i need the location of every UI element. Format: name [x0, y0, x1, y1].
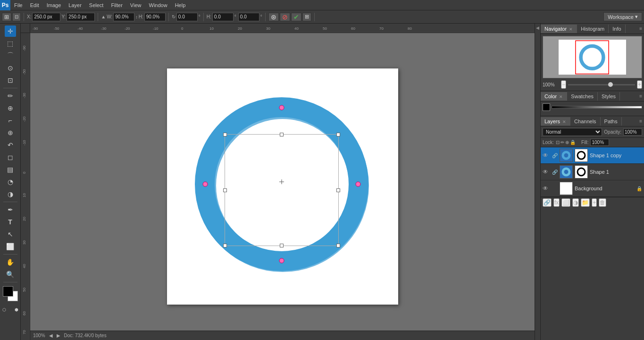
layer-shape1copy[interactable]: 👁 🔗 Shape 1 copy — [541, 147, 644, 164]
new-fill-layer-btn[interactable]: ◑ — [572, 198, 579, 207]
color-close[interactable]: ✕ — [559, 94, 563, 99]
lock-position-icon[interactable]: ⊕ — [565, 140, 569, 145]
cancel-transform-btn[interactable]: ⊘ — [280, 13, 290, 21]
tab-color[interactable]: Color ✕ — [541, 92, 567, 101]
pen-tool[interactable]: ✒ — [5, 204, 16, 215]
crop-tool[interactable]: ⊡ — [5, 75, 16, 86]
zoom-tool[interactable]: 🔍 — [5, 269, 16, 280]
workspace-button[interactable]: Workspace ▾ — [603, 12, 642, 21]
menu-select[interactable]: Select — [85, 1, 108, 9]
tab-navigator[interactable]: Navigator ✕ — [541, 25, 577, 33]
y-input[interactable] — [67, 13, 95, 21]
tab-layers[interactable]: Layers ✕ — [541, 117, 570, 126]
lock-transparent-icon[interactable]: ⊡ — [556, 140, 560, 145]
layer-visibility-shape1copy[interactable]: 👁 — [543, 152, 550, 159]
path-select-tool[interactable]: ↖ — [5, 229, 16, 240]
menu-help[interactable]: Help — [171, 1, 190, 9]
clone-tool[interactable]: ⊕ — [5, 127, 16, 138]
new-layer-btn[interactable]: + — [592, 198, 597, 207]
w-input[interactable] — [113, 13, 134, 21]
eraser-tool[interactable]: ◻ — [5, 152, 16, 163]
select-rect-tool[interactable]: ⬚ — [5, 38, 16, 49]
new-group-btn[interactable]: 📁 — [581, 198, 590, 207]
zoom-out-btn[interactable]: − — [561, 80, 566, 89]
blend-mode-select[interactable]: Normal — [543, 128, 602, 136]
menu-bar: Ps File Edit Image Layer Select Filter V… — [0, 0, 644, 10]
menu-layer[interactable]: Layer — [65, 1, 85, 9]
status-nav-left[interactable]: ◀ — [49, 333, 53, 338]
link-layers-btn[interactable]: 🔗 — [543, 198, 552, 207]
menu-file[interactable]: File — [10, 1, 26, 9]
heal-tool[interactable]: ⊕ — [5, 102, 16, 114]
h-input[interactable] — [144, 13, 166, 21]
lasso-tool[interactable]: ⌒ — [5, 50, 16, 61]
eyedropper-tool[interactable]: ✏ — [5, 90, 16, 102]
layer-link-shape1[interactable]: 🔗 — [552, 170, 558, 175]
quick-mask-btn[interactable]: ⬡ — [0, 304, 10, 315]
zoom-slider[interactable] — [568, 84, 635, 85]
v-skew-input[interactable] — [238, 13, 259, 21]
tab-channels[interactable]: Channels — [570, 117, 600, 126]
layer-visibility-shape1[interactable]: 👁 — [543, 169, 550, 175]
layers-panel-options[interactable]: ≡ — [637, 118, 644, 125]
fill-input[interactable] — [590, 139, 609, 146]
fg-color-box[interactable] — [543, 103, 550, 111]
commit-transform-btn[interactable]: ✔ — [291, 13, 301, 21]
document-canvas[interactable] — [167, 68, 398, 305]
layer-thumb-shape1copy — [560, 149, 573, 162]
panel-options-btn[interactable]: ≡ — [637, 25, 644, 32]
layers-close[interactable]: ✕ — [562, 119, 566, 124]
type-tool[interactable]: T — [5, 216, 16, 228]
gradient-tool[interactable]: ▤ — [5, 164, 16, 175]
screen-mode-btn[interactable]: ⬢ — [11, 304, 21, 315]
size-group: ▲ W: ↕ H: — [101, 13, 168, 21]
hand-tool[interactable]: ✋ — [5, 256, 16, 268]
tab-info[interactable]: Info — [609, 25, 625, 33]
transform-options[interactable]: ⊡ — [12, 13, 21, 21]
tab-histogram[interactable]: Histogram — [577, 25, 609, 33]
menu-view[interactable]: View — [126, 1, 145, 9]
layer-style-btn[interactable]: fx — [553, 198, 560, 207]
warp-btn[interactable]: ⊛ — [268, 13, 279, 21]
layer-background[interactable]: 👁 Background 🔒 — [541, 180, 644, 197]
lock-image-icon[interactable]: ✏ — [560, 140, 564, 145]
menu-window[interactable]: Window — [145, 1, 171, 9]
clone-source-btn[interactable]: ⊞ — [302, 13, 311, 21]
layer-visibility-background[interactable]: 👁 — [543, 185, 550, 192]
skew-group: H: ° ° — [207, 13, 266, 21]
layer-shape1[interactable]: 👁 🔗 Shape 1 — [541, 164, 644, 180]
opacity-input[interactable] — [623, 128, 642, 136]
menu-filter[interactable]: Filter — [107, 1, 126, 9]
panel-collapse-strip[interactable]: ◀ — [535, 24, 540, 340]
status-nav-right[interactable]: ▶ — [57, 333, 60, 338]
shape-tool[interactable]: ⬜ — [5, 241, 16, 252]
foreground-background-swatches[interactable] — [3, 286, 18, 301]
navigator-close[interactable]: ✕ — [569, 27, 573, 32]
foreground-color-swatch[interactable] — [3, 286, 13, 297]
h-skew-input[interactable] — [212, 13, 234, 21]
transform-icon[interactable]: ⊞ — [2, 13, 11, 21]
delete-layer-btn[interactable]: 🗑 — [599, 198, 606, 207]
layer-link-shape1copy[interactable]: 🔗 — [552, 153, 558, 158]
tab-swatches[interactable]: Swatches — [567, 92, 598, 101]
quick-select-tool[interactable]: ⊙ — [5, 62, 16, 74]
lock-all-icon[interactable]: 🔒 — [570, 140, 576, 145]
tab-paths[interactable]: Paths — [601, 117, 622, 126]
layer-mask-btn[interactable]: ⬜ — [561, 198, 570, 207]
tab-styles[interactable]: Styles — [598, 92, 620, 101]
canvas-area[interactable]: -90 -50 -40 -30 -20 -10 0 10 20 30 40 50… — [21, 24, 535, 340]
move-tool[interactable]: ✛ — [5, 26, 16, 37]
history-brush-tool[interactable]: ↶ — [5, 139, 16, 151]
layer-lock-icon: 🔒 — [636, 186, 642, 191]
color-slider[interactable] — [552, 106, 642, 109]
dodge-tool[interactable]: ◑ — [5, 188, 16, 200]
zoom-in-btn[interactable]: + — [637, 80, 642, 89]
x-input[interactable] — [32, 13, 60, 21]
brush-tool[interactable]: ⌐ — [5, 115, 16, 126]
menu-edit[interactable]: Edit — [26, 1, 43, 9]
blur-tool[interactable]: ◔ — [5, 176, 16, 187]
lock-icons-group: ⊡ ✏ ⊕ 🔒 — [556, 140, 576, 145]
menu-image[interactable]: Image — [43, 1, 65, 9]
color-panel-options[interactable]: ≡ — [637, 93, 644, 100]
rotate-input[interactable] — [176, 13, 198, 21]
